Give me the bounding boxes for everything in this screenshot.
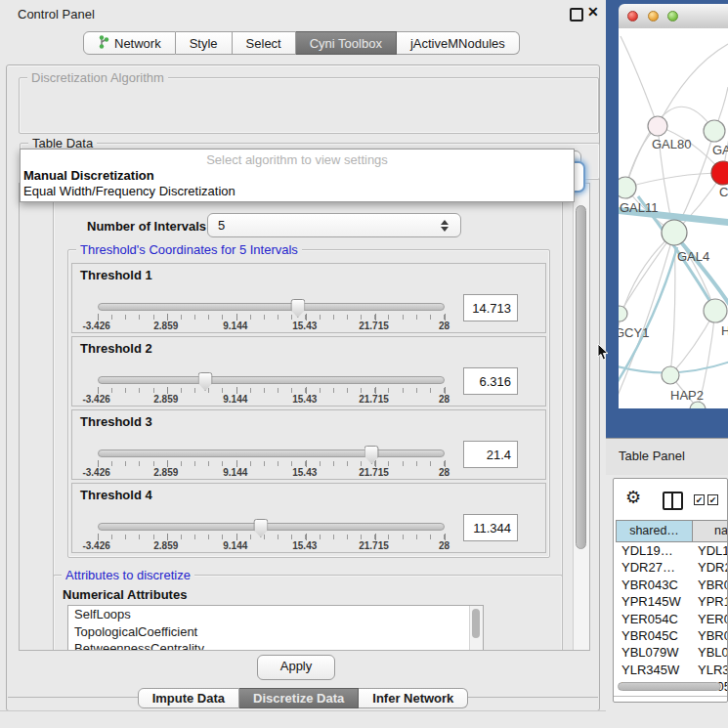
threshold-slider[interactable]: -3.4262.8599.14415.4321.71528 [98, 299, 445, 332]
attribute-list-item[interactable]: TopologicalCoefficient [68, 623, 483, 641]
table-cell: YDL19… [698, 543, 728, 558]
major-tick [236, 314, 237, 321]
close-traffic-light-icon[interactable] [627, 11, 638, 21]
number-of-intervals-spinner[interactable]: 5 [207, 213, 461, 237]
table-cell: YLR345W [698, 663, 728, 677]
number-of-intervals-value: 5 [218, 218, 225, 233]
threshold-row: Threshold 1 -3.4262.8599.14415.4321.7152… [71, 263, 546, 333]
threshold-slider[interactable]: -3.4262.8599.14415.4321.71528 [98, 519, 445, 552]
attribute-list-item[interactable]: SelfLoops [68, 606, 483, 623]
tab-label: jActiveMNodules [410, 36, 505, 51]
node-label: H [721, 323, 728, 338]
slider-track[interactable] [98, 303, 445, 311]
numerical-attributes-list[interactable]: SelfLoopsTopologicalCoefficientBetweenne… [67, 605, 484, 651]
slider-track[interactable] [98, 376, 445, 384]
checkbox-icon[interactable]: ✔ [694, 494, 705, 505]
tab-cyni-toolbox[interactable]: Cyni Toolbox [296, 31, 397, 55]
attribute-list-item[interactable]: BetweennessCentrality [68, 640, 483, 651]
tab-style[interactable]: Style [176, 31, 233, 55]
threshold-label: Threshold 4 [80, 488, 152, 502]
major-tick [306, 314, 307, 321]
major-tick [98, 387, 99, 394]
panel-bottom-border [0, 710, 606, 711]
vertical-scrollbar[interactable] [573, 184, 589, 650]
table-panel-title: Table Panel [619, 449, 685, 463]
table-row[interactable]: YBR043CYBR043C [614, 578, 728, 594]
tab-label: Infer Network [372, 691, 453, 706]
threshold-value-field[interactable]: 6.316 [463, 367, 518, 395]
table-cell: YPR145W [698, 594, 728, 609]
gear-icon[interactable]: ⚙ [625, 487, 641, 508]
popup-hint: Select algorithm to view settings [21, 152, 574, 167]
minimize-traffic-light-icon[interactable] [648, 11, 659, 21]
table-cell: YER054C [621, 612, 692, 626]
list-scrollbar[interactable] [469, 606, 483, 651]
node-label: GAL [712, 143, 728, 157]
table-row[interactable]: YPR145WYPR145W [614, 594, 728, 611]
tab-jactivemnodules[interactable]: jActiveMNodules [397, 31, 520, 55]
tab-label: Cyni Toolbox [310, 36, 382, 51]
network-canvas[interactable]: GAL80 GAL C GAL11 GAL4 GCY1 H HAP2 [619, 28, 728, 408]
node-label: GAL80 [652, 137, 691, 151]
network-window-titlebar[interactable] [619, 4, 728, 29]
major-tick [306, 387, 307, 394]
column-layout-icon[interactable] [663, 492, 683, 510]
tick-label: -3.426 [82, 321, 109, 331]
table-row[interactable]: YDR27…YDR27… [614, 560, 728, 577]
threshold-value-field[interactable]: 21.4 [463, 441, 518, 468]
node-label: HAP2 [670, 388, 704, 403]
tab-infer-network[interactable]: Infer Network [359, 688, 468, 708]
top-tab-bar: NetworkStyleSelectCyni ToolboxjActiveMNo… [83, 31, 520, 55]
tab-discretize-data[interactable]: Discretize Data [239, 688, 359, 708]
apply-button[interactable]: Apply [257, 655, 335, 680]
threshold-slider[interactable]: -3.4262.8599.14415.4321.71528 [98, 372, 445, 406]
close-icon[interactable]: ✕ [587, 4, 599, 20]
tick-label: 15.43 [292, 467, 317, 478]
tick-label: 2.859 [153, 540, 178, 551]
table-row[interactable]: YLR345WYLR345W [614, 663, 728, 679]
threshold-slider[interactable]: -3.4262.8599.14415.4321.71528 [98, 446, 445, 479]
major-tick [236, 460, 237, 467]
table-row[interactable]: YER054CYER054C [614, 612, 728, 628]
table-cell: YDL19… [621, 543, 692, 558]
tick-label: 2.859 [153, 394, 178, 405]
tick-label: 2.859 [153, 321, 178, 331]
column-header-shared-name[interactable]: shared… [616, 520, 693, 542]
scrollbar-thumb[interactable] [576, 205, 586, 549]
table-cell: YBL079W [698, 645, 728, 660]
tick-label: 2.859 [153, 467, 178, 478]
threshold-row: Threshold 2 -3.4262.8599.14415.4321.7152… [71, 336, 546, 407]
tab-select[interactable]: Select [233, 31, 296, 55]
slider-track[interactable] [98, 450, 445, 457]
checkbox-icon[interactable]: ✔ [707, 494, 718, 505]
table-cell: YPR145W [621, 594, 692, 609]
popup-option-manual-discretization[interactable]: Manual Discretization [23, 168, 154, 183]
group-title: Threshold's Coordinates for 5 Intervals [76, 242, 302, 257]
threshold-row: Threshold 4 -3.4262.8599.14415.4321.7152… [71, 483, 546, 553]
tab-label: Style [190, 36, 218, 51]
column-header-name[interactable]: name [692, 520, 728, 542]
tab-impute-data[interactable]: Impute Data [138, 688, 239, 708]
zoom-traffic-light-icon[interactable] [667, 11, 678, 21]
tick-label: 21.715 [359, 394, 389, 405]
threshold-value-field[interactable]: 11.344 [463, 514, 518, 541]
slider-track[interactable] [98, 523, 445, 531]
tick-label: 9.144 [223, 540, 247, 551]
attributes-group: Attributes to discretize Numerical Attri… [53, 575, 563, 651]
tick-label: 28 [439, 540, 450, 551]
table-row[interactable]: YDL19…YDL19… [614, 543, 728, 560]
table-cell: YLR345W [621, 663, 692, 677]
network-icon [98, 35, 109, 52]
tab-network[interactable]: Network [83, 31, 176, 55]
threshold-value-field[interactable]: 14.713 [463, 294, 518, 321]
table-cell: YDR27… [698, 560, 728, 575]
major-tick [375, 314, 376, 321]
popup-option-equal-width[interactable]: Equal Width/Frequency Discretization [23, 184, 236, 198]
tick-label: 15.43 [292, 321, 317, 331]
table-row[interactable]: YBL079WYBL079W [614, 645, 728, 662]
horizontal-scrollbar[interactable] [618, 682, 721, 691]
major-tick [167, 387, 168, 394]
float-window-icon[interactable] [570, 8, 583, 21]
numerical-attributes-label: Numerical Attributes [63, 587, 187, 602]
table-row[interactable]: YBR045CYBR045C [614, 628, 728, 645]
